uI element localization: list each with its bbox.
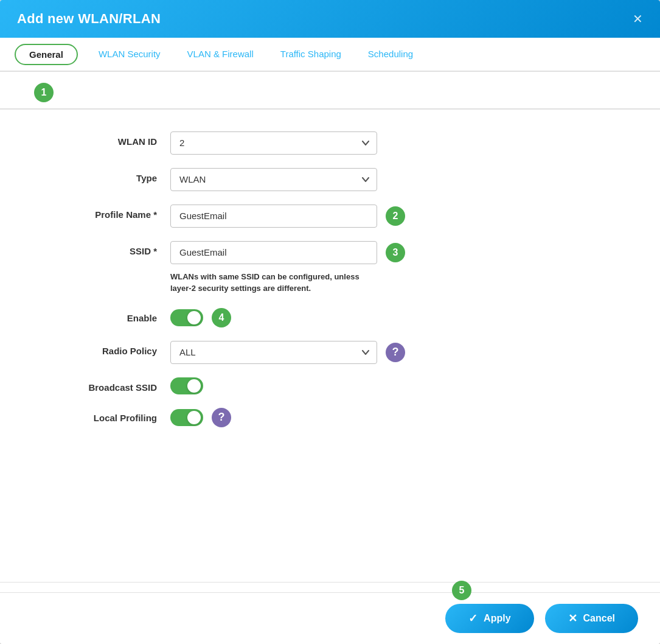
step-1-indicator: 1 — [34, 83, 54, 102]
radio-policy-row: Radio Policy ALL 2.4GHz 5GHz ? — [0, 341, 660, 364]
broadcast-ssid-label: Broadcast SSID — [73, 377, 170, 393]
type-row: Type WLAN RLAN — [0, 168, 660, 191]
tab-scheduling[interactable]: Scheduling — [355, 38, 426, 71]
broadcast-ssid-slider — [170, 377, 203, 394]
broadcast-ssid-control — [170, 377, 624, 394]
footer: 5 ✓ Apply ✕ Cancel — [0, 592, 660, 644]
local-profiling-control: ? — [170, 408, 624, 427]
cancel-icon: ✕ — [568, 612, 577, 625]
wlan-id-row: WLAN ID 2 1 3 4 5 — [0, 131, 660, 155]
tab-general-wrap: General — [15, 40, 85, 69]
wlan-id-control: 2 1 3 4 5 — [170, 131, 624, 155]
tabs-bar: General WLAN Security VLAN & Firewall Tr… — [0, 38, 660, 72]
enable-toggle-slider — [170, 309, 203, 326]
step-5-indicator: 5 — [452, 581, 471, 600]
profile-name-label: Profile Name * — [73, 205, 170, 220]
radio-policy-help-icon[interactable]: ? — [386, 343, 405, 362]
step-3-indicator: 3 — [386, 243, 405, 262]
ssid-label: SSID * — [73, 241, 170, 256]
profile-name-row: Profile Name * 2 — [0, 205, 660, 228]
ssid-control: 3 WLANs with same SSID can be configured… — [170, 241, 624, 295]
divider-footer — [0, 582, 660, 583]
tab-vlan-firewall[interactable]: VLAN & Firewall — [174, 38, 267, 71]
close-button[interactable]: ✕ — [633, 13, 643, 25]
type-label: Type — [73, 168, 170, 183]
ssid-input[interactable] — [170, 241, 377, 264]
radio-policy-label: Radio Policy — [73, 341, 170, 356]
ssid-note: WLANs with same SSID can be configured, … — [170, 271, 377, 295]
apply-icon: ✓ — [468, 612, 478, 625]
apply-button[interactable]: ✓ Apply — [445, 604, 533, 633]
tab-general[interactable]: General — [15, 44, 78, 65]
ssid-row: SSID * 3 WLANs with same SSID can be con… — [0, 241, 660, 295]
radio-policy-control: ALL 2.4GHz 5GHz ? — [170, 341, 624, 364]
profile-name-input[interactable] — [170, 205, 377, 228]
cancel-label: Cancel — [583, 613, 615, 624]
modal-title: Add new WLAN/RLAN — [17, 11, 161, 27]
enable-toggle[interactable] — [170, 309, 203, 326]
apply-label: Apply — [484, 613, 510, 624]
local-profiling-row: Local Profiling ? — [0, 408, 660, 427]
modal-header: Add new WLAN/RLAN ✕ — [0, 0, 660, 38]
wlan-id-select[interactable]: 2 1 3 4 5 — [170, 131, 377, 155]
broadcast-ssid-toggle[interactable] — [170, 377, 203, 394]
type-select[interactable]: WLAN RLAN — [170, 168, 377, 191]
local-profiling-slider — [170, 409, 203, 426]
profile-name-control: 2 — [170, 205, 624, 228]
enable-row: Enable 4 — [0, 308, 660, 327]
wlan-id-label: WLAN ID — [73, 131, 170, 147]
tab-traffic-shaping[interactable]: Traffic Shaping — [267, 38, 355, 71]
step-2-indicator: 2 — [386, 206, 405, 226]
radio-policy-select[interactable]: ALL 2.4GHz 5GHz — [170, 341, 377, 364]
local-profiling-label: Local Profiling — [73, 408, 170, 423]
form-section: WLAN ID 2 1 3 4 5 Type WLAN RLAN — [0, 119, 660, 577]
step-4-indicator: 4 — [212, 308, 231, 327]
broadcast-ssid-row: Broadcast SSID — [0, 377, 660, 394]
divider-top — [0, 108, 660, 110]
cancel-button[interactable]: ✕ Cancel — [545, 604, 638, 633]
local-profiling-help-icon[interactable]: ? — [212, 408, 231, 427]
enable-control: 4 — [170, 308, 624, 327]
local-profiling-toggle[interactable] — [170, 409, 203, 426]
modal-window: Add new WLAN/RLAN ✕ General WLAN Securit… — [0, 0, 660, 644]
tab-wlan-security[interactable]: WLAN Security — [85, 38, 174, 71]
type-control: WLAN RLAN — [170, 168, 624, 191]
enable-label: Enable — [73, 308, 170, 323]
